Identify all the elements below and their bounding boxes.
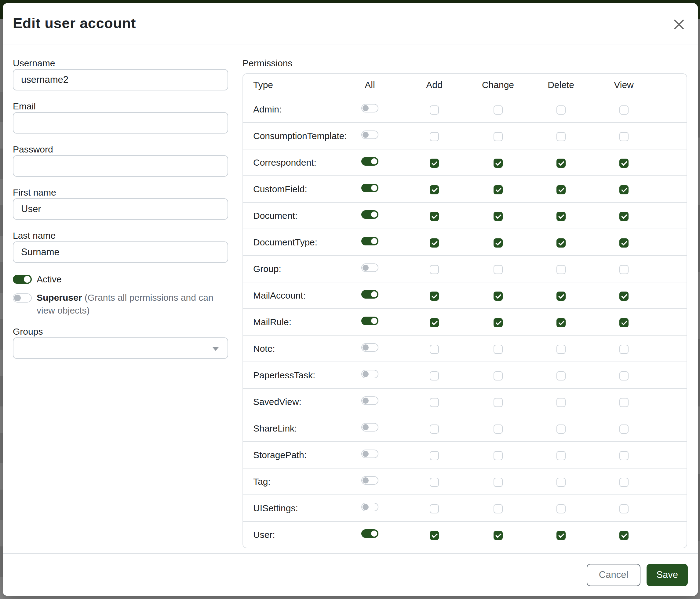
change-checkbox[interactable]: [494, 531, 503, 540]
delete-checkbox[interactable]: [556, 478, 566, 487]
password-field[interactable]: [13, 155, 228, 177]
delete-checkbox[interactable]: [556, 291, 566, 301]
add-checkbox[interactable]: [430, 238, 439, 247]
superuser-toggle[interactable]: [13, 293, 32, 303]
cancel-button[interactable]: Cancel: [587, 564, 641, 586]
close-button[interactable]: [671, 17, 687, 32]
all-toggle[interactable]: [361, 450, 378, 458]
change-checkbox[interactable]: [494, 291, 503, 301]
permissions-header-row: Type All Add Change Delete View: [243, 74, 686, 96]
view-checkbox[interactable]: [619, 265, 628, 274]
view-checkbox[interactable]: [619, 371, 628, 381]
delete-checkbox[interactable]: [556, 185, 566, 194]
delete-checkbox[interactable]: [556, 531, 566, 540]
all-toggle[interactable]: [361, 476, 378, 485]
all-toggle[interactable]: [361, 237, 378, 245]
add-checkbox[interactable]: [430, 504, 439, 513]
delete-checkbox[interactable]: [556, 318, 566, 327]
view-checkbox[interactable]: [619, 291, 628, 301]
view-checkbox[interactable]: [619, 185, 628, 194]
view-checkbox[interactable]: [619, 159, 628, 168]
delete-checkbox[interactable]: [556, 238, 566, 247]
change-checkbox[interactable]: [494, 371, 503, 381]
delete-checkbox[interactable]: [556, 265, 566, 274]
delete-checkbox[interactable]: [556, 504, 566, 513]
row-spacer: [655, 388, 686, 415]
view-checkbox[interactable]: [619, 504, 628, 513]
delete-checkbox[interactable]: [556, 345, 566, 354]
view-checkbox[interactable]: [619, 105, 628, 115]
delete-checkbox[interactable]: [556, 451, 566, 460]
all-toggle[interactable]: [361, 184, 378, 192]
change-checkbox[interactable]: [494, 105, 503, 115]
all-toggle[interactable]: [361, 157, 378, 166]
add-checkbox[interactable]: [430, 531, 439, 540]
change-checkbox[interactable]: [494, 159, 503, 168]
add-checkbox[interactable]: [430, 478, 439, 487]
all-toggle[interactable]: [361, 343, 378, 352]
all-toggle[interactable]: [361, 317, 378, 325]
change-checkbox[interactable]: [494, 345, 503, 354]
all-toggle[interactable]: [361, 370, 378, 378]
add-checkbox[interactable]: [430, 212, 439, 221]
last-name-field[interactable]: [13, 241, 228, 263]
add-checkbox[interactable]: [430, 291, 439, 301]
add-checkbox[interactable]: [430, 159, 439, 168]
delete-checkbox[interactable]: [556, 425, 566, 434]
view-checkbox[interactable]: [619, 345, 628, 354]
view-checkbox[interactable]: [619, 238, 628, 247]
change-checkbox[interactable]: [494, 238, 503, 247]
add-checkbox[interactable]: [430, 398, 439, 407]
permission-row: Group:: [243, 255, 686, 282]
view-checkbox[interactable]: [619, 451, 628, 460]
add-checkbox[interactable]: [430, 105, 439, 115]
change-checkbox[interactable]: [494, 265, 503, 274]
all-toggle[interactable]: [361, 397, 378, 405]
view-checkbox[interactable]: [619, 212, 628, 221]
first-name-field[interactable]: [13, 198, 228, 220]
all-toggle[interactable]: [361, 104, 378, 113]
change-checkbox[interactable]: [494, 185, 503, 194]
all-toggle[interactable]: [361, 210, 378, 219]
save-button[interactable]: Save: [647, 564, 688, 586]
add-checkbox[interactable]: [430, 345, 439, 354]
delete-checkbox[interactable]: [556, 398, 566, 407]
change-checkbox[interactable]: [494, 478, 503, 487]
change-checkbox[interactable]: [494, 425, 503, 434]
all-toggle[interactable]: [361, 529, 378, 538]
view-checkbox[interactable]: [619, 478, 628, 487]
active-toggle[interactable]: [13, 275, 32, 284]
groups-select[interactable]: [13, 337, 228, 359]
delete-checkbox[interactable]: [556, 159, 566, 168]
view-checkbox[interactable]: [619, 318, 628, 327]
change-checkbox[interactable]: [494, 398, 503, 407]
view-checkbox[interactable]: [619, 425, 628, 434]
add-checkbox[interactable]: [430, 318, 439, 327]
delete-checkbox[interactable]: [556, 105, 566, 115]
change-checkbox[interactable]: [494, 212, 503, 221]
add-checkbox[interactable]: [430, 451, 439, 460]
change-checkbox[interactable]: [494, 451, 503, 460]
field-label: First name: [13, 188, 228, 197]
add-checkbox[interactable]: [430, 132, 439, 141]
add-checkbox[interactable]: [430, 425, 439, 434]
change-checkbox[interactable]: [494, 318, 503, 327]
view-checkbox[interactable]: [619, 531, 628, 540]
all-toggle[interactable]: [361, 423, 378, 432]
all-toggle[interactable]: [361, 503, 378, 511]
all-toggle[interactable]: [361, 263, 378, 272]
add-checkbox[interactable]: [430, 265, 439, 274]
delete-checkbox[interactable]: [556, 371, 566, 381]
delete-checkbox[interactable]: [556, 212, 566, 221]
add-checkbox[interactable]: [430, 185, 439, 194]
delete-checkbox[interactable]: [556, 132, 566, 141]
username-field[interactable]: [13, 69, 228, 91]
change-checkbox[interactable]: [494, 504, 503, 513]
view-checkbox[interactable]: [619, 398, 628, 407]
view-checkbox[interactable]: [619, 132, 628, 141]
add-checkbox[interactable]: [430, 371, 439, 381]
all-toggle[interactable]: [361, 290, 378, 298]
all-toggle[interactable]: [361, 130, 378, 139]
change-checkbox[interactable]: [494, 132, 503, 141]
email-field[interactable]: [13, 112, 228, 134]
